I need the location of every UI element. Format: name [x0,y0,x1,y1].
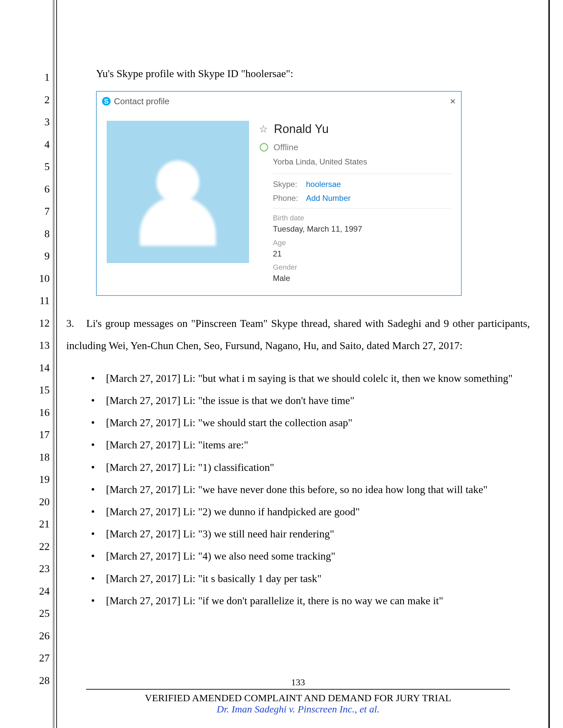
line-number: 9 [33,245,50,267]
line-number: 3 [33,111,50,133]
line-number: 18 [33,446,50,469]
intro-text: Yu's Skype profile with Skype ID "hooler… [96,66,530,81]
birth-date-value: Tuesday, March 11, 1997 [273,223,451,235]
line-number: 8 [33,223,50,245]
page-number: 133 [66,677,530,688]
line-number: 28 [33,669,50,692]
line-number: 12 [33,312,50,335]
add-number-link[interactable]: Add Number [306,193,351,204]
favorite-star-icon[interactable]: ☆ [259,122,268,136]
line-number: 19 [33,468,50,491]
message-bullet: [March 27, 2017] Li: "3) we still need h… [88,523,530,545]
line-number-gutter: 1234567891011121314151617181920212223242… [33,66,50,692]
message-bullet: [March 27, 2017] Li: "if we don't parall… [88,590,530,612]
page-content: Yu's Skype profile with Skype ID "hooler… [66,66,530,622]
line-number: 20 [33,491,50,513]
line-number: 15 [33,379,50,401]
profile-info: ☆ Ronald Yu Offline Yorba Linda, United … [259,121,451,285]
skype-window-header: S Contact profile × [97,92,461,111]
skype-id-label: Skype: [273,179,306,190]
message-bullet-list: [March 27, 2017] Li: "but what i m sayin… [88,367,530,612]
footer-case-caption: Dr. Iman Sadeghi v. Pinscreen Inc., et a… [66,704,530,715]
line-number: 11 [33,290,50,312]
line-number: 10 [33,267,50,290]
avatar-body-icon [140,196,216,246]
status-indicator-icon [259,143,268,152]
profile-name: Ronald Yu [274,121,329,137]
page-footer: 133 VERIFIED AMENDED COMPLAINT AND DEMAN… [66,677,530,715]
line-number: 22 [33,535,50,558]
line-number: 4 [33,133,50,156]
line-number: 6 [33,178,50,201]
message-bullet: [March 27, 2017] Li: "items are:" [88,434,530,456]
avatar-placeholder [107,121,249,263]
line-number: 14 [33,357,50,379]
message-bullet: [March 27, 2017] Li: "1) classification" [88,456,530,478]
message-bullet: [March 27, 2017] Li: "we should start th… [88,412,530,434]
paragraph-3-text: Li's group messages on "Pinscreen Team" … [66,317,530,351]
paragraph-3: 3. Li's group messages on "Pinscreen Tea… [66,312,530,357]
divider [273,208,451,208]
message-bullet: [March 27, 2017] Li: "4) we also need so… [88,545,530,567]
skype-logo-icon: S [102,97,111,106]
line-number: 23 [33,558,50,580]
close-icon[interactable]: × [450,94,456,108]
list-number-3: 3. [66,312,83,335]
location-text: Yorba Linda, United States [273,156,451,167]
line-number: 2 [33,89,50,111]
message-bullet: [March 27, 2017] Li: "we have never done… [88,478,530,501]
footer-title: VERIFIED AMENDED COMPLAINT AND DEMAND FO… [66,692,530,704]
gender-label: Gender [273,262,451,273]
footer-rule [86,689,510,690]
line-number: 16 [33,401,50,424]
phone-label: Phone: [273,193,306,204]
line-number: 5 [33,156,50,178]
line-number: 27 [33,647,50,669]
line-number: 17 [33,424,50,446]
age-label: Age [273,238,451,248]
message-bullet: [March 27, 2017] Li: "it s basically 1 d… [88,568,530,590]
line-number: 7 [33,200,50,223]
age-value: 21 [273,248,451,259]
message-bullet: [March 27, 2017] Li: "2) we dunno if han… [88,501,530,523]
line-number: 24 [33,580,50,603]
birth-date-label: Birth date [273,213,451,223]
divider [273,174,451,174]
skype-header-title: Contact profile [114,95,450,107]
line-number: 26 [33,625,50,647]
message-bullet: [March 27, 2017] Li: "but what i m sayin… [88,367,530,389]
skype-body: ☆ Ronald Yu Offline Yorba Linda, United … [97,111,461,295]
skype-id-value[interactable]: hoolersae [306,179,341,190]
status-text: Offline [273,141,299,153]
line-number: 21 [33,513,50,535]
line-number: 13 [33,334,50,357]
gender-value: Male [273,273,451,284]
line-number: 25 [33,602,50,625]
message-bullet: [March 27, 2017] Li: "the issue is that … [88,389,530,412]
line-number: 1 [33,66,50,89]
skype-profile-window: S Contact profile × ☆ Ronald Yu Offline … [96,91,462,296]
